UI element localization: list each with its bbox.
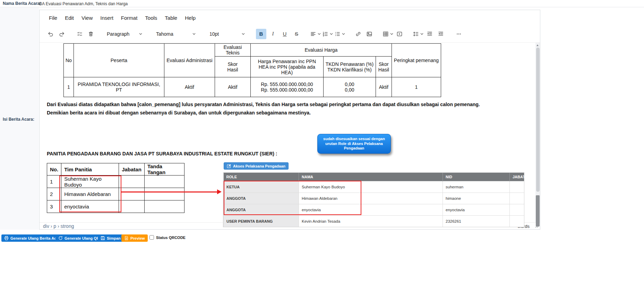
table-button[interactable]	[383, 29, 393, 39]
panitia-cell-ttd	[144, 176, 184, 188]
evaluation-paragraph: Dari Evaluasi diatas didapatkan bahwa [c…	[47, 100, 480, 117]
media-button[interactable]	[395, 29, 404, 39]
font-size-select[interactable]: 10pt	[207, 29, 248, 39]
bullet-list-button[interactable]	[334, 29, 345, 39]
grid-cell-jabatan	[510, 192, 525, 204]
trash-icon	[88, 31, 94, 37]
chevron-down-icon	[242, 33, 245, 35]
font-family-select[interactable]: Tahoma	[153, 29, 198, 39]
eval-header-skor-harga: SkorHasil	[376, 57, 392, 77]
redo-button[interactable]	[57, 29, 67, 39]
akses-pelaksana-button[interactable]: Akses Pelaksana Pengadaan	[224, 162, 289, 170]
underline-button[interactable]: U	[280, 29, 290, 39]
paragraph-line-1: Dari Evaluasi diatas didapatkan bahwa [c…	[47, 100, 480, 109]
more-toolbar-button[interactable]	[454, 29, 464, 39]
eval-cell-teknis-skor: Aktif	[215, 77, 250, 97]
menu-item-table[interactable]: Table	[161, 13, 181, 23]
printer-icon	[4, 236, 9, 240]
overlay-scrollbar-thumb[interactable]	[536, 195, 540, 226]
chevron-down-icon	[390, 33, 393, 35]
grid-header-nama: NAMA	[299, 173, 443, 181]
bold-button[interactable]: B	[256, 29, 266, 39]
undo-icon	[48, 31, 54, 37]
outdent-button[interactable]	[425, 29, 435, 39]
panitia-cell-jabatan	[119, 176, 145, 188]
align-left-icon	[310, 31, 316, 37]
eval-cell-harga: Rp. 555.000.000.000,00Rp. 555.000.000.00…	[250, 77, 323, 97]
generate-ulang-qr-button[interactable]: Generate Ulang QR	[55, 234, 102, 242]
font-size-value: 10pt	[209, 31, 219, 37]
grid-cell-jabatan	[510, 181, 525, 192]
simpan-button[interactable]: Simpan	[98, 234, 123, 242]
grid-cell-nid: 2326261	[443, 215, 510, 227]
grid-cell-jabatan	[510, 204, 525, 215]
strikethrough-button[interactable]: S	[291, 29, 302, 39]
bullet-list-icon	[334, 31, 341, 37]
refresh-icon	[58, 236, 63, 240]
menu-item-view[interactable]: View	[78, 13, 96, 23]
panitia-cell-jabatan	[119, 200, 145, 213]
panitia-heading: PANITIA PENGADAAN BARANG DAN JASA PT SUR…	[47, 151, 277, 156]
menu-item-file[interactable]: File	[45, 13, 61, 23]
chevron-down-icon	[342, 33, 345, 35]
delete-button[interactable]	[86, 29, 96, 39]
eval-header-administrasi: Evaluasi Administrasi	[164, 44, 215, 77]
isi-berita-acara-label: Isi Berita Acara:	[3, 117, 34, 122]
element-path[interactable]: div › p › strong	[43, 223, 74, 229]
eval-cell-harga-skor: Aktif	[376, 77, 392, 97]
editor-menubar: File Edit View Insert Format Tools Table…	[40, 10, 540, 25]
paragraph-line-2: Demikian berita acara ini dibuat dengan …	[47, 109, 480, 117]
save-icon	[101, 236, 105, 240]
menu-item-edit[interactable]: Edit	[61, 13, 78, 23]
eval-cell-no: 1	[64, 77, 74, 97]
eval-header-tkdn: TKDN Penawaran (%)TKDN Klarifikasi (%)	[323, 57, 376, 77]
panitia-header-jabatan: Jabatan	[119, 163, 145, 176]
menu-item-insert[interactable]: Insert	[96, 13, 117, 23]
eval-cell-peserta: PIRAMIDA TEKNOLOGI INFORMASI, PT	[74, 77, 164, 97]
link-icon	[355, 31, 361, 37]
ellipsis-icon	[456, 31, 462, 37]
link-button[interactable]	[353, 29, 363, 39]
form-left-column: Isi Berita Acara:	[0, 8, 39, 230]
eval-header-teknis: Evaluasi Teknis	[215, 44, 250, 57]
annotation-arrow-line	[121, 191, 218, 192]
scroll-up-arrow-icon[interactable]	[536, 44, 539, 46]
panitia-header-no: No.	[47, 163, 61, 176]
line-height-button[interactable]	[413, 29, 423, 39]
annotation-callout: sudah disesuaikan sesuai dengan urutan R…	[317, 134, 391, 154]
chevron-down-icon	[192, 33, 196, 35]
eval-header-harga-penawaran: Harga Penawaran inc PPNHEA inc PPN (apab…	[250, 57, 323, 77]
menu-item-tools[interactable]: Tools	[141, 13, 161, 23]
checklist-button[interactable]	[75, 29, 85, 39]
eval-header-peringkat: Peringkat pemenang	[392, 44, 441, 77]
undo-button[interactable]	[46, 29, 55, 39]
panitia-header-tim: Tim Panitia	[61, 163, 119, 176]
grid-cell-nid: enyoctavia	[443, 204, 510, 215]
panitia-cell-ttd	[144, 200, 184, 213]
preview-button[interactable]: Preview	[121, 234, 148, 242]
chevron-down-icon	[318, 33, 321, 35]
indent-button[interactable]	[436, 29, 446, 39]
italic-button[interactable]: I	[268, 29, 278, 39]
menu-item-help[interactable]: Help	[181, 13, 199, 23]
annotation-rect-roles	[224, 181, 361, 215]
image-icon	[366, 31, 372, 37]
chevron-down-icon	[330, 33, 333, 35]
chevron-down-icon	[420, 33, 423, 35]
media-icon	[396, 31, 403, 37]
grid-cell-role: USER PEMINTA BARANG	[224, 215, 299, 227]
ordered-list-button[interactable]	[322, 29, 333, 39]
status-qrcode-label: Status QRCODE	[156, 236, 186, 240]
block-format-value: Paragraph	[107, 31, 129, 37]
outdent-icon	[427, 31, 433, 37]
editor-toolbar: Paragraph Tahoma 10pt B I U S	[40, 25, 540, 43]
align-button[interactable]	[310, 29, 321, 39]
grid-header-role: ROLE	[224, 173, 299, 181]
line-height-icon	[413, 31, 419, 37]
menu-item-format[interactable]: Format	[117, 13, 141, 23]
block-format-select[interactable]: Paragraph	[104, 29, 145, 39]
status-qrcode-checkbox[interactable]	[149, 235, 154, 240]
image-button[interactable]	[364, 29, 374, 39]
font-family-value: Tahoma	[156, 31, 173, 37]
panitia-header-ttd: Tanda Tangan	[144, 163, 184, 176]
